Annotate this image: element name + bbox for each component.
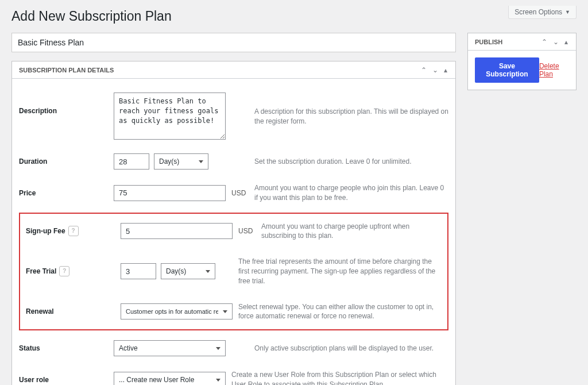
signup-fee-input[interactable] — [121, 223, 233, 239]
details-panel-title: SUBSCRIPTION PLAN DETAILS — [19, 67, 114, 74]
subscription-details-panel: SUBSCRIPTION PLAN DETAILS ⌃ ⌄ ▴ Descript… — [11, 61, 456, 385]
renewal-help: Select renewal type. You can either allo… — [238, 302, 442, 322]
page-title: Add New Subscription Plan — [11, 6, 172, 24]
help-icon[interactable]: ? — [59, 266, 69, 276]
description-label: Description — [19, 93, 108, 115]
user-role-select[interactable]: ... Create new User Role — [114, 372, 226, 385]
renewal-label: Renewal — [26, 307, 115, 315]
renewal-row: Renewal Customer opts in for automatic r… — [26, 294, 442, 330]
status-row: Status Active Only active subscription p… — [19, 333, 448, 363]
free-trial-help: The free trial represents the amount of … — [238, 257, 442, 286]
free-trial-input[interactable] — [121, 263, 156, 279]
price-help: Amount you want to charge people who joi… — [254, 183, 448, 203]
caret-up-icon[interactable]: ⌃ — [420, 66, 428, 74]
duration-label: Duration — [19, 157, 108, 165]
delete-plan-link[interactable]: Delete Plan — [539, 62, 569, 78]
signup-fee-currency: USD — [238, 227, 256, 235]
main-column: SUBSCRIPTION PLAN DETAILS ⌃ ⌄ ▴ Descript… — [11, 33, 456, 385]
plan-title-input[interactable] — [11, 33, 456, 52]
price-label: Price — [19, 189, 108, 197]
status-label: Status — [19, 344, 108, 352]
description-row: Description Basic Fitness Plan to reach … — [19, 86, 448, 147]
duration-row: Duration Day(s) Set the subscription dur… — [19, 147, 448, 176]
price-currency: USD — [231, 189, 249, 197]
side-column: PUBLISH ⌃ ⌄ ▴ Save Subscription Delete P… — [467, 33, 577, 385]
description-help: A description for this subscription plan… — [254, 93, 448, 126]
renewal-select[interactable]: Customer opts in for automatic renewal — [121, 303, 233, 319]
details-panel-header: SUBSCRIPTION PLAN DETAILS ⌃ ⌄ ▴ — [12, 61, 455, 79]
free-trial-row: Free Trial ? Day(s) The free trial repre… — [26, 249, 442, 294]
publish-panel-header: PUBLISH ⌃ ⌄ ▴ — [468, 33, 576, 51]
status-select[interactable]: Active — [114, 340, 226, 356]
user-role-help: Create a new User Role from this Subscri… — [231, 370, 448, 385]
duration-unit-select[interactable]: Day(s) — [154, 153, 208, 170]
collapse-icon[interactable]: ▴ — [443, 66, 448, 74]
help-icon[interactable]: ? — [68, 226, 79, 236]
duration-help: Set the subscription duration. Leave 0 f… — [254, 157, 448, 167]
signup-fee-row: Sign-up Fee ? USD Amount you want to cha… — [26, 214, 442, 249]
user-role-label: User role — [19, 376, 108, 384]
save-subscription-button[interactable]: Save Subscription — [475, 57, 539, 83]
details-panel-actions: ⌃ ⌄ ▴ — [420, 66, 448, 74]
publish-panel-title: PUBLISH — [475, 38, 502, 45]
user-role-row: User role ... Create new User Role Creat… — [19, 363, 448, 385]
caret-down-icon[interactable]: ⌄ — [431, 66, 439, 74]
signup-fee-help: Amount you want to charge people upfront… — [261, 222, 442, 241]
publish-panel: PUBLISH ⌃ ⌄ ▴ Save Subscription Delete P… — [467, 33, 577, 90]
status-help: Only active subscription plans will be d… — [254, 344, 448, 353]
chevron-down-icon: ▼ — [565, 9, 570, 15]
free-trial-label: Free Trial ? — [26, 266, 115, 276]
collapse-icon[interactable]: ▴ — [563, 38, 569, 46]
highlighted-section: Sign-up Fee ? USD Amount you want to cha… — [19, 213, 448, 331]
duration-input[interactable] — [114, 153, 149, 170]
screen-options-button[interactable]: Screen Options ▼ — [508, 6, 577, 19]
price-row: Price USD Amount you want to charge peop… — [19, 176, 448, 210]
price-input[interactable] — [114, 185, 226, 201]
publish-panel-actions: ⌃ ⌄ ▴ — [540, 38, 569, 46]
caret-down-icon[interactable]: ⌄ — [552, 38, 560, 46]
free-trial-unit-select[interactable]: Day(s) — [161, 263, 215, 279]
screen-options-label: Screen Options — [514, 8, 562, 16]
caret-up-icon[interactable]: ⌃ — [540, 38, 548, 46]
signup-fee-label: Sign-up Fee ? — [26, 226, 115, 236]
description-textarea[interactable]: Basic Fitness Plan to reach your fitness… — [114, 93, 226, 140]
